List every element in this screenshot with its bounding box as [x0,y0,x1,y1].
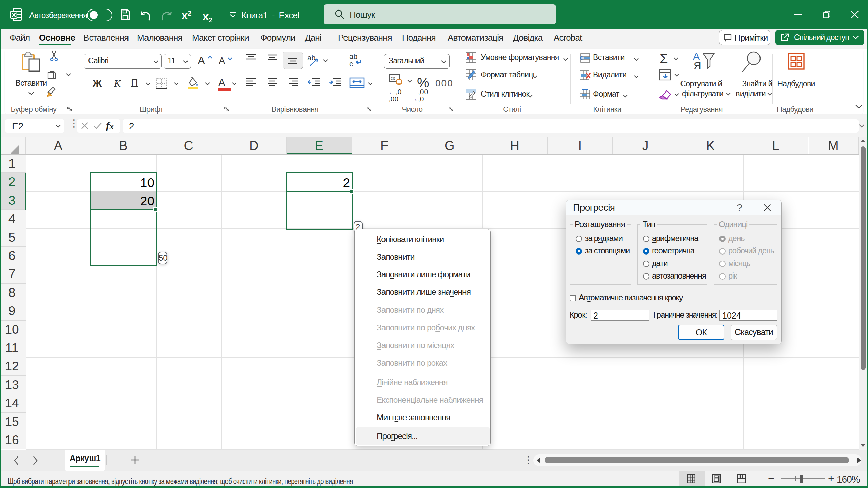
svg-text:Я: Я [694,60,701,71]
svg-text:c: c [349,60,353,68]
svg-text:ab: ab [307,54,315,62]
svg-text:co: co [391,76,395,81]
